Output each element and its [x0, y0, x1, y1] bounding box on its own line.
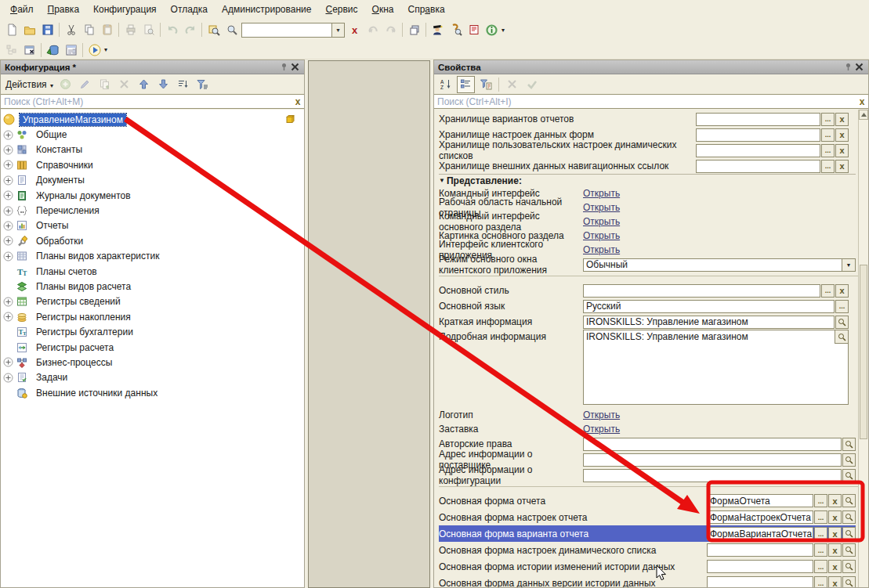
menu-configuration[interactable]: Конфигурация — [86, 2, 164, 17]
open-icon[interactable] — [20, 21, 38, 38]
menu-tools[interactable]: Сервис — [318, 2, 364, 17]
combo-dropdown-icon[interactable]: ▼ — [331, 23, 344, 37]
copyright-field[interactable] — [583, 438, 842, 451]
actions-menu-button[interactable]: Действия ▾ — [4, 79, 55, 90]
detailed-information-textarea[interactable]: IRONSKILLS: Управление магазином — [583, 330, 849, 405]
magnifier-button[interactable] — [842, 494, 856, 507]
expand-icon[interactable] — [3, 221, 13, 231]
open-link[interactable]: Открыть — [583, 424, 620, 435]
group-by-categories-icon[interactable] — [457, 76, 475, 93]
data-history-change-form-field[interactable] — [707, 560, 813, 573]
tree-item-accounting-registers[interactable]: TT Регистры бухгалтерии — [1, 324, 304, 339]
open-link[interactable]: Открыть — [583, 188, 620, 199]
clear-button[interactable]: x — [835, 113, 849, 126]
clear-button[interactable]: x — [835, 284, 849, 298]
brief-information-field[interactable]: IRONSKILLS: Управление магазином — [583, 316, 835, 329]
tree-item-external-data-sources[interactable]: Внешние источники данных — [1, 385, 304, 400]
property-row-main-report-form[interactable]: Основная форма отчета ФормаОтчета ... x — [439, 492, 856, 509]
property-row[interactable]: Заставка Открыть — [439, 422, 849, 436]
clear-button[interactable]: x — [828, 560, 842, 573]
choose-button[interactable]: ... — [814, 543, 827, 557]
clear-button[interactable]: x — [828, 543, 842, 557]
properties-filter-icon[interactable] — [476, 76, 494, 93]
debug-overflow-icon[interactable]: ▾ — [104, 46, 107, 53]
close-panel-icon[interactable] — [289, 62, 300, 72]
syntax-helper-icon[interactable] — [465, 21, 483, 38]
clear-search-icon[interactable]: x — [346, 21, 364, 38]
apply-edit-icon[interactable] — [523, 76, 541, 93]
expand-icon[interactable] — [3, 175, 13, 186]
collapse-group-icon[interactable]: ▼ — [439, 177, 445, 184]
expand-icon[interactable] — [3, 130, 13, 140]
configuration-tree-icon[interactable] — [2, 41, 20, 59]
windows-icon[interactable] — [405, 21, 423, 38]
expand-icon[interactable] — [3, 312, 13, 322]
magnifier-button[interactable] — [835, 316, 849, 329]
tree-item-enumerations[interactable]: Перечисления — [1, 203, 304, 218]
clear-button[interactable]: x — [828, 527, 842, 540]
property-row[interactable]: Хранилище вариантов отчетов ... x — [439, 111, 849, 127]
choose-button[interactable]: ... — [814, 510, 827, 524]
paste-icon[interactable] — [98, 21, 116, 38]
property-value-field[interactable] — [696, 160, 820, 173]
navigate-back-icon[interactable] — [364, 21, 382, 38]
magnifier-button[interactable] — [842, 438, 856, 451]
property-value-field[interactable] — [696, 128, 820, 142]
open-link[interactable]: Открыть — [583, 230, 620, 241]
pin-icon[interactable] — [842, 62, 853, 72]
find-icon[interactable] — [223, 21, 241, 38]
magnifier-button[interactable] — [842, 543, 856, 557]
clone-icon[interactable] — [96, 76, 114, 93]
global-search-icon[interactable] — [205, 21, 223, 38]
clear-button[interactable]: x — [828, 510, 842, 524]
print-preview-icon[interactable] — [139, 21, 158, 38]
choose-button[interactable]: ... — [821, 144, 835, 157]
dynamic-list-settings-form-field[interactable] — [707, 543, 813, 557]
clear-properties-search-icon[interactable]: x — [856, 96, 868, 108]
menu-windows[interactable]: Окна — [365, 2, 401, 17]
property-row-main-report-settings-form[interactable]: Основная форма настроек отчета ФормаНаст… — [439, 509, 856, 525]
clear-configuration-search-icon[interactable]: x — [291, 96, 304, 108]
property-row[interactable]: Краткая информация IRONSKILLS: Управлени… — [439, 314, 849, 330]
clear-button[interactable]: x — [835, 144, 849, 157]
tree-item-accumulation-registers[interactable]: Регистры накопления — [1, 309, 304, 324]
choose-button[interactable]: ... — [821, 160, 835, 173]
tree-item-data-processors[interactable]: Обработки — [1, 233, 304, 248]
main-window-mode-select[interactable]: Обычный — [583, 258, 842, 272]
property-row[interactable]: Логотип Открыть — [439, 408, 849, 422]
new-document-icon[interactable] — [2, 21, 20, 38]
navigate-forward-icon[interactable] — [382, 21, 400, 38]
property-row[interactable]: Хранилище пользовательских настроек дина… — [439, 142, 849, 158]
tree-item-constants[interactable]: Константы — [1, 142, 304, 157]
choose-button[interactable]: ... — [814, 527, 827, 540]
choose-button[interactable]: ... — [814, 560, 827, 573]
tree-item-charts-of-characteristic-types[interactable]: Планы видов характеристик — [1, 249, 304, 264]
expand-icon[interactable] — [3, 160, 13, 170]
property-row[interactable]: Подробная информация IRONSKILLS: Управле… — [439, 330, 849, 408]
main-language-field[interactable]: Русский — [583, 300, 835, 313]
property-row-data-history-change-form[interactable]: Основная форма истории изменений истории… — [439, 558, 856, 575]
property-row[interactable]: Хранилище внешних данных навигационных с… — [439, 158, 849, 174]
form-wizard-icon[interactable] — [62, 41, 80, 59]
choose-button[interactable]: ... — [835, 300, 849, 313]
vendor-info-address-field[interactable] — [583, 453, 842, 467]
expand-icon[interactable] — [3, 357, 13, 367]
sort-icon[interactable] — [174, 76, 192, 93]
choose-button[interactable]: ... — [821, 284, 835, 298]
property-row[interactable]: Режим основного окна клиентского приложе… — [439, 257, 856, 272]
property-row-data-history-version-form[interactable]: Основная форма данных версии истории дан… — [439, 575, 856, 587]
print-icon[interactable] — [121, 21, 139, 38]
tree-item-calculation-registers[interactable]: Регистры расчета — [1, 340, 304, 355]
open-link[interactable]: Открыть — [583, 409, 620, 420]
delete-icon[interactable] — [115, 76, 133, 93]
data-history-version-form-field[interactable] — [707, 576, 813, 587]
close-panel-icon[interactable] — [853, 62, 864, 72]
choose-button[interactable]: ... — [814, 576, 827, 587]
search-combobox[interactable]: ▼ — [241, 23, 345, 38]
magnifier-button[interactable] — [842, 469, 856, 482]
tree-item-business-processes[interactable]: Бизнес-процессы — [1, 355, 304, 370]
tree-item-configuration-root[interactable]: УправлениеМагазином — [1, 112, 304, 127]
main-report-settings-form-field[interactable]: ФормаНастроекОтчета — [707, 510, 813, 524]
cut-icon[interactable] — [62, 21, 80, 38]
menu-administration[interactable]: Администрирование — [215, 2, 318, 17]
